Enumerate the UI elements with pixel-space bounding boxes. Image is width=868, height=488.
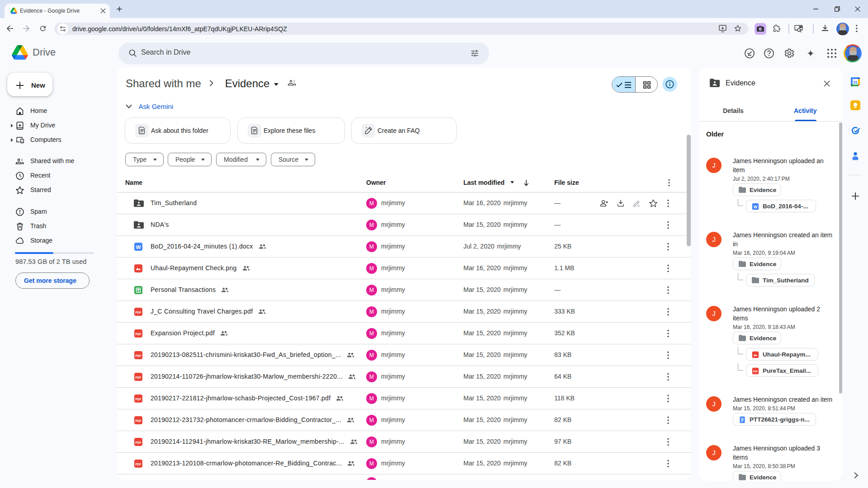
svg-text:PDF: PDF: [136, 441, 142, 444]
svg-text:PDF: PDF: [753, 371, 758, 373]
svg-text:W: W: [754, 205, 758, 209]
svg-text:PDF: PDF: [136, 419, 142, 422]
svg-text:PDF: PDF: [136, 311, 142, 314]
svg-text:PDF: PDF: [136, 333, 142, 336]
svg-text:PDF: PDF: [136, 463, 142, 466]
svg-text:PDF: PDF: [136, 376, 142, 379]
svg-text:PDF: PDF: [136, 398, 142, 401]
svg-text:PDF: PDF: [136, 354, 142, 357]
svg-text:W: W: [136, 244, 141, 250]
svg-text:31: 31: [853, 80, 858, 84]
